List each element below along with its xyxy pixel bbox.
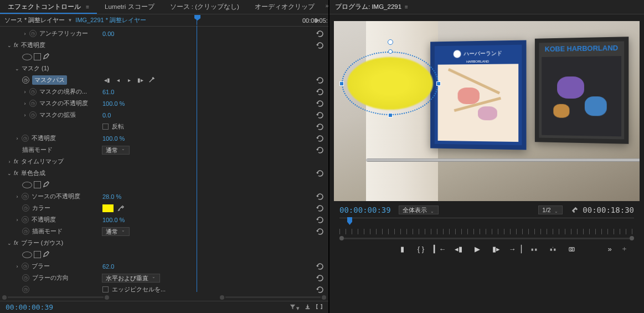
mask-handle[interactable] xyxy=(388,113,393,117)
reset-button[interactable] xyxy=(315,170,324,177)
resolution-select[interactable]: 1/2 xyxy=(538,206,563,214)
val-mask-feather[interactable]: 61.0 xyxy=(102,89,114,95)
step-fwd-icon[interactable]: ▮▸ xyxy=(491,244,502,254)
add-icon[interactable]: ＋ xyxy=(619,244,630,254)
source-clip-name[interactable]: IMG_2291 * 調整レイヤー xyxy=(75,16,146,24)
reset-button[interactable] xyxy=(315,111,324,119)
stopwatch-icon[interactable]: ◷ xyxy=(22,204,29,212)
expand-toggle[interactable]: › xyxy=(22,112,28,118)
rect-mask-icon[interactable] xyxy=(34,53,41,60)
stopwatch-icon[interactable]: ◷ xyxy=(29,100,37,107)
fx-badge[interactable]: fx xyxy=(14,170,18,176)
fit-select[interactable]: 全体表示 xyxy=(399,206,439,214)
expand-toggle[interactable]: › xyxy=(14,136,20,141)
ellipse-mask-icon[interactable] xyxy=(22,54,32,60)
stopwatch-icon[interactable]: ◷ xyxy=(29,30,37,37)
expand-toggle[interactable]: ⌄ xyxy=(7,240,12,246)
reset-button[interactable] xyxy=(315,76,324,84)
bracket-icon[interactable] xyxy=(316,303,323,312)
stopwatch-icon[interactable]: ◷ xyxy=(29,111,37,119)
expand-toggle[interactable]: › xyxy=(14,194,20,199)
mask-overlay[interactable] xyxy=(342,52,439,115)
fx-badge[interactable]: fx xyxy=(14,42,18,48)
color-swatch[interactable] xyxy=(102,204,114,212)
left-timecode[interactable]: 00:00:00:39 xyxy=(6,303,53,311)
reset-button[interactable] xyxy=(315,30,324,38)
reset-button[interactable] xyxy=(315,286,324,294)
sc-blend-select[interactable]: 通常 xyxy=(102,227,130,236)
mask-handle[interactable] xyxy=(339,81,344,86)
val-sc-opacity[interactable]: 100.0 % xyxy=(102,217,125,223)
track-play-icon[interactable]: ▸ xyxy=(125,76,133,84)
blur-dir-select[interactable]: 水平および垂直 xyxy=(102,274,160,283)
zoom-scroll[interactable] xyxy=(339,236,634,240)
play-icon[interactable]: ▶ xyxy=(472,244,483,254)
panel-menu-icon[interactable]: ≡ xyxy=(405,4,408,10)
tab-lumetri-scopes[interactable]: Lumetri スコープ xyxy=(97,0,162,14)
eyedropper-icon[interactable] xyxy=(117,204,125,212)
expand-toggle[interactable]: ⌄ xyxy=(7,43,12,48)
lift-icon[interactable] xyxy=(528,244,539,254)
mask-rotate-handle[interactable] xyxy=(388,39,393,45)
reset-button[interactable] xyxy=(315,42,324,49)
blend-mode-select[interactable]: 通常 xyxy=(102,146,130,155)
reset-button[interactable] xyxy=(315,146,324,154)
extract-icon[interactable] xyxy=(547,244,558,254)
go-out-icon[interactable]: →▕ xyxy=(509,244,521,254)
val-anti-flicker[interactable]: 0.00 xyxy=(102,30,114,37)
mask-handle[interactable] xyxy=(436,81,441,86)
overflow-icon[interactable]: » xyxy=(604,244,615,254)
stopwatch-icon[interactable]: ◷ xyxy=(22,216,29,223)
expand-toggle[interactable]: ⌄ xyxy=(14,66,20,71)
tab-audio-clip[interactable]: オーディオクリップ xyxy=(247,0,322,14)
repeat-edge-checkbox[interactable] xyxy=(102,286,109,293)
step-back-icon[interactable]: ◂▮ xyxy=(453,244,464,254)
reset-button[interactable] xyxy=(315,135,324,142)
stopwatch-icon[interactable]: ◷ xyxy=(22,274,29,281)
expand-toggle[interactable]: › xyxy=(22,89,28,95)
reset-button[interactable] xyxy=(315,274,324,282)
reset-button[interactable] xyxy=(315,88,324,96)
reset-button[interactable] xyxy=(315,193,324,201)
rect-mask-icon[interactable] xyxy=(34,181,41,188)
mark-out-icon[interactable]: { } xyxy=(415,244,426,254)
reset-button[interactable] xyxy=(315,100,324,107)
horiz-scroll[interactable] xyxy=(0,294,328,301)
stopwatch-icon[interactable]: ◷ xyxy=(22,193,29,200)
pen-mask-icon[interactable] xyxy=(43,181,50,189)
playhead-icon[interactable] xyxy=(347,217,352,225)
stopwatch-icon[interactable]: ◷ xyxy=(22,76,29,84)
prop-mask-path[interactable]: マスクパス xyxy=(32,75,67,85)
invert-checkbox[interactable] xyxy=(102,124,109,130)
val-source-opacity[interactable]: 28.0 % xyxy=(102,193,121,200)
ellipse-mask-icon[interactable] xyxy=(22,182,32,188)
stopwatch-icon[interactable]: ◷ xyxy=(22,286,29,293)
track-options-icon[interactable] xyxy=(147,76,156,84)
val-mask-opacity[interactable]: 100.0 % xyxy=(102,100,125,107)
source-dropdown-icon[interactable]: ▼ xyxy=(68,18,72,23)
tab-source[interactable]: ソース : (クリップなし) xyxy=(162,0,247,14)
pen-mask-icon[interactable] xyxy=(43,250,50,259)
rect-mask-icon[interactable] xyxy=(34,251,41,258)
val-mask-expansion[interactable]: 0.0 xyxy=(102,112,111,119)
stopwatch-icon[interactable]: ◷ xyxy=(29,88,37,95)
reset-button[interactable] xyxy=(315,204,324,212)
track-fwd-icon[interactable]: ▮▸ xyxy=(136,76,145,84)
settings-icon[interactable] xyxy=(571,206,578,214)
filter-icon[interactable]: ▾ xyxy=(289,303,300,312)
fx-badge[interactable]: fx xyxy=(14,240,18,246)
track-prev-icon[interactable]: ◂ xyxy=(114,76,122,84)
expand-toggle[interactable]: › xyxy=(7,159,12,165)
fx-badge[interactable]: fx xyxy=(14,158,18,165)
expand-toggle[interactable]: › xyxy=(14,217,20,223)
timeline-ruler[interactable] xyxy=(339,229,634,234)
mask-handle[interactable] xyxy=(388,49,393,54)
ellipse-mask-icon[interactable] xyxy=(22,252,32,258)
val-blurriness[interactable]: 62.0 xyxy=(102,263,114,270)
reset-button[interactable] xyxy=(315,123,324,131)
stopwatch-icon[interactable]: ◷ xyxy=(22,263,29,270)
go-in-icon[interactable]: ▎← xyxy=(434,244,445,254)
program-time-current[interactable]: 00:00:00:39 xyxy=(339,206,391,214)
expand-toggle[interactable]: › xyxy=(22,31,28,37)
pen-mask-icon[interactable] xyxy=(43,53,50,61)
